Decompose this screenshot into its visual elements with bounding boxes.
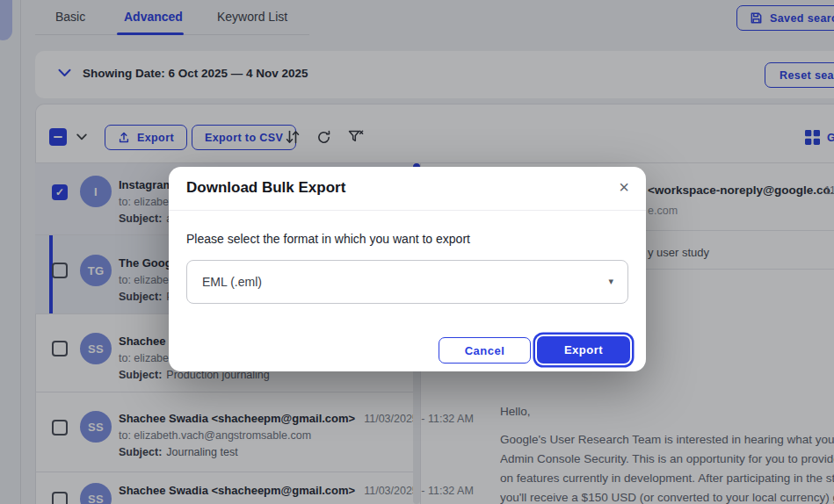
cancel-button[interactable]: Cancel <box>439 337 531 364</box>
modal-header-divider <box>169 210 646 211</box>
modal-title: Download Bulk Export <box>186 179 345 197</box>
email-export-screen: Basic Advanced Keyword List Saved search… <box>0 0 834 504</box>
download-bulk-export-modal: Download Bulk Export × Please select the… <box>169 167 646 371</box>
format-prompt: Please select the format in which you wa… <box>186 232 470 246</box>
format-select-value: EML (.eml) <box>202 275 262 289</box>
export-confirm-button[interactable]: Export <box>537 336 630 364</box>
chevron-down-icon: ▾ <box>608 276 613 287</box>
close-icon[interactable]: × <box>619 178 629 196</box>
format-select[interactable]: EML (.eml) ▾ <box>186 260 628 304</box>
